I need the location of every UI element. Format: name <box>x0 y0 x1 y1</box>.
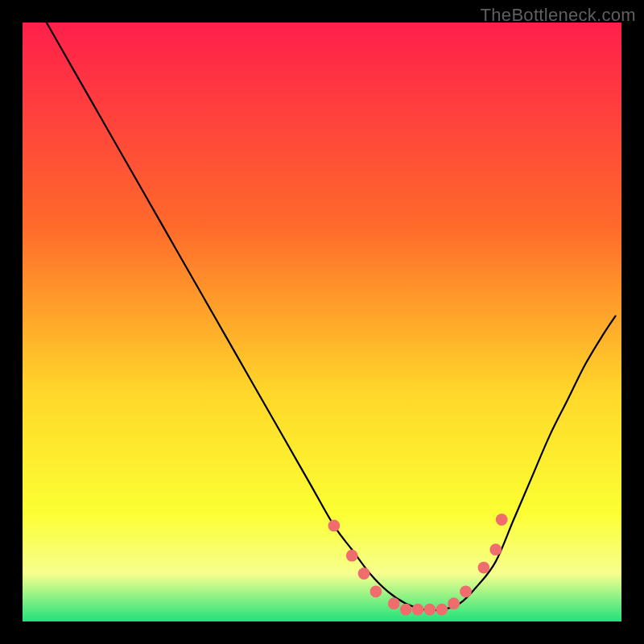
marker-dot <box>412 604 424 616</box>
marker-dot <box>400 604 412 616</box>
marker-dot <box>436 604 448 616</box>
marker-dot <box>370 585 382 597</box>
chart-svg <box>23 23 621 621</box>
marker-dot <box>496 514 508 526</box>
marker-dot <box>477 562 489 574</box>
marker-dot <box>328 520 340 532</box>
marker-dot <box>448 597 460 609</box>
marker-dot <box>489 543 502 555</box>
chart-plot-area <box>23 23 621 621</box>
chart-stage: TheBottleneck.com <box>0 0 644 644</box>
marker-dot <box>424 604 436 616</box>
marker-dot <box>388 597 400 609</box>
gradient-background <box>23 23 621 621</box>
marker-dot <box>460 585 472 597</box>
marker-dot <box>346 550 358 562</box>
marker-dot <box>358 568 370 580</box>
